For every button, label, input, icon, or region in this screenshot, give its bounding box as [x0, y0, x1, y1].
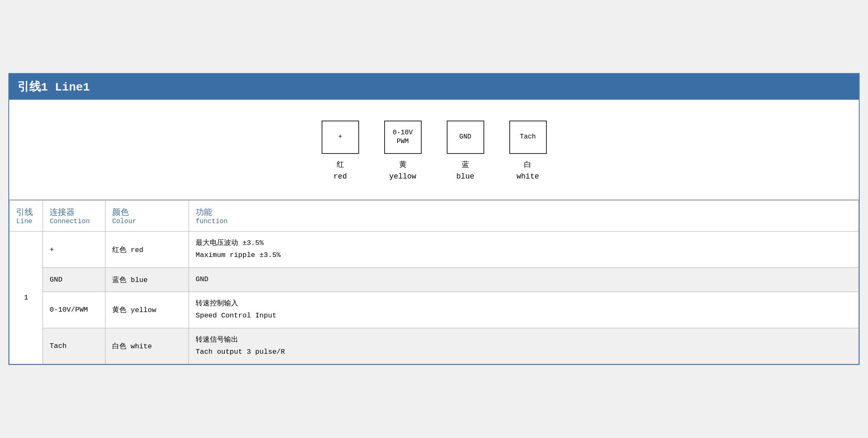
table-header-row: 引线 Line 连接器 Connection 颜色 Colour 功能 func… — [10, 201, 859, 232]
cell-colour: 黄色 yellow — [106, 292, 189, 328]
connector-box-gnd: GND — [447, 121, 484, 154]
connector-pwm: 0-10V PWM 黄 yellow — [384, 121, 422, 183]
cell-colour: 蓝色 blue — [106, 267, 189, 292]
cell-connection: GND — [43, 267, 106, 292]
function-chinese: 转速控制输入 — [196, 300, 238, 307]
table-row: 1+红色 red最大电压波动 ±3.5%Maximum ripple ±3.5% — [10, 232, 859, 268]
table-row: 0-10V/PWM黄色 yellow转速控制输入Speed Control In… — [10, 292, 859, 328]
diagram-section: + 红 red 0-10V PWM 黄 yellow — [9, 100, 859, 201]
cell-function: 转速控制输入Speed Control Input — [189, 292, 859, 328]
cell-function: GND — [189, 267, 859, 292]
function-english: Speed Control Input — [196, 312, 277, 320]
function-chinese: 转速信号输出 — [196, 336, 238, 344]
connector-diagram: + 红 red 0-10V PWM 黄 yellow — [18, 112, 850, 187]
connector-tach: Tach 白 white — [509, 121, 547, 183]
connector-box-pwm: 0-10V PWM — [384, 121, 422, 154]
connector-box-tach: Tach — [509, 121, 547, 154]
cell-connection: 0-10V/PWM — [43, 292, 106, 328]
header-line: 引线 Line — [10, 201, 43, 232]
data-table: 引线 Line 连接器 Connection 颜色 Colour 功能 func… — [9, 200, 859, 364]
connector-box-plus: + — [322, 121, 359, 154]
function-english: Maximum ripple ±3.5% — [196, 251, 281, 259]
header-colour: 颜色 Colour — [106, 201, 189, 232]
cell-colour: 白色 white — [106, 328, 189, 364]
table-row: GND蓝色 blueGND — [10, 267, 859, 292]
connector-label-plus: 红 red — [333, 159, 347, 183]
function-chinese: 最大电压波动 ±3.5% — [196, 239, 264, 247]
header-function: 功能 function — [189, 201, 859, 232]
connector-label-gnd: 蓝 blue — [456, 159, 474, 183]
title-bar: 引线1 Line1 — [9, 74, 859, 100]
table-row: Tach白色 white转速信号输出Tach output 3 pulse/R — [10, 328, 859, 364]
cell-connection: + — [43, 232, 106, 268]
table-section: 引线 Line 连接器 Connection 颜色 Colour 功能 func… — [9, 200, 859, 364]
cell-line-number: 1 — [10, 232, 43, 364]
page-title: 引线1 Line1 — [18, 81, 90, 94]
cell-function: 转速信号输出Tach output 3 pulse/R — [189, 328, 859, 364]
cell-connection: Tach — [43, 328, 106, 364]
connector-plus: + 红 red — [322, 121, 359, 183]
function-chinese: GND — [196, 275, 209, 283]
function-english: Tach output 3 pulse/R — [196, 348, 285, 356]
cell-colour: 红色 red — [106, 232, 189, 268]
connector-label-pwm: 黄 yellow — [389, 159, 416, 183]
cell-function: 最大电压波动 ±3.5%Maximum ripple ±3.5% — [189, 232, 859, 268]
main-container: 引线1 Line1 + 红 red 0-10V PWM 黄 — [8, 73, 860, 365]
connector-label-tach: 白 white — [516, 159, 539, 183]
connector-gnd: GND 蓝 blue — [447, 121, 484, 183]
header-connection: 连接器 Connection — [43, 201, 106, 232]
